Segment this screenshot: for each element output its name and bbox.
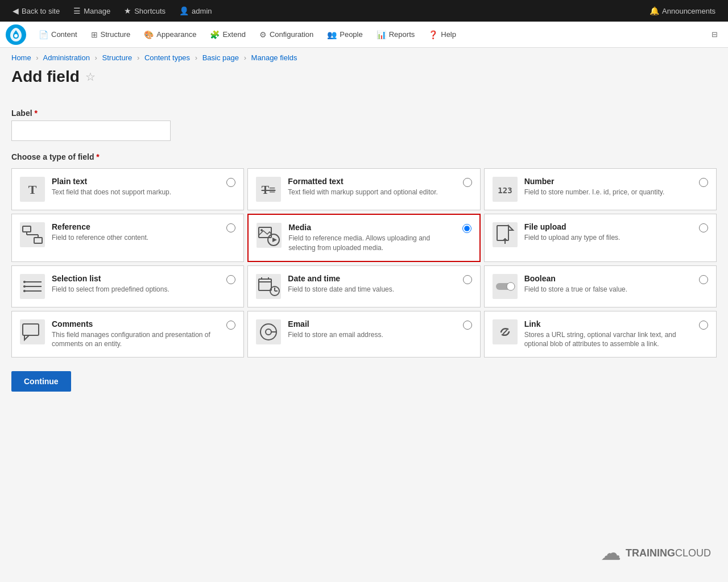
field-radio-container-number[interactable] bbox=[699, 178, 708, 189]
breadcrumb-sep-5: › bbox=[244, 53, 246, 62]
field-radio-container-email[interactable] bbox=[463, 321, 472, 331]
field-card-plain-text[interactable]: T Plain text Text field that does not su… bbox=[11, 168, 244, 210]
continue-button[interactable]: Continue bbox=[11, 371, 71, 392]
nav-people[interactable]: 👥 People bbox=[320, 22, 369, 47]
svg-text:T: T bbox=[28, 182, 37, 197]
field-desc-selection-list: Field to select from predefined options. bbox=[52, 285, 220, 294]
field-card-boolean[interactable]: Boolean Field to store a true or false v… bbox=[484, 265, 717, 307]
main-content: Label * Choose a type of field * T Plain… bbox=[0, 97, 728, 438]
shortcuts-link[interactable]: ★ Shortcuts bbox=[117, 0, 172, 22]
page-header: Add field ☆ bbox=[0, 65, 728, 97]
breadcrumb-manage-fields[interactable]: Manage fields bbox=[251, 53, 297, 62]
field-radio-container-file-upload[interactable] bbox=[699, 223, 708, 234]
field-radio-container-comments[interactable] bbox=[226, 321, 235, 331]
field-icon-selection-list bbox=[20, 274, 45, 299]
field-radio-container-date-and-time[interactable] bbox=[463, 275, 472, 286]
drupal-logo[interactable] bbox=[6, 24, 26, 45]
breadcrumb-structure[interactable]: Structure bbox=[102, 53, 133, 62]
announcements-link[interactable]: 🔔 Announcements bbox=[643, 0, 722, 22]
field-card-link[interactable]: Link Stores a URL string, optional varch… bbox=[484, 311, 717, 358]
field-card-selection-list[interactable]: Selection list Field to select from pred… bbox=[11, 265, 244, 307]
field-card-date-and-time[interactable]: Date and time Field to store date and ti… bbox=[247, 265, 480, 307]
svg-rect-43 bbox=[20, 319, 45, 344]
breadcrumb-basic-page[interactable]: Basic page bbox=[202, 53, 239, 62]
admin-user-link[interactable]: 👤 admin bbox=[172, 0, 218, 22]
field-radio-container-link[interactable] bbox=[699, 321, 708, 331]
field-radio-container-media[interactable] bbox=[462, 224, 471, 235]
favorite-star-icon[interactable]: ☆ bbox=[85, 70, 96, 84]
field-text-boolean: Boolean Field to store a true or false v… bbox=[524, 274, 692, 294]
field-radio-container-reference[interactable] bbox=[226, 223, 235, 234]
field-desc-email: Field to store an email address. bbox=[288, 330, 456, 340]
admin-bar: ◀ Back to site ☰ Manage ★ Shortcuts 👤 ad… bbox=[0, 0, 728, 22]
field-radio-number[interactable] bbox=[699, 178, 708, 187]
field-card-formatted-text[interactable]: T≡ Formatted text Text field with markup… bbox=[247, 168, 480, 210]
field-card-email[interactable]: Email Field to store an email address. bbox=[247, 311, 480, 358]
nav-toggle-button[interactable]: ⊟ bbox=[707, 28, 722, 41]
nav-extend[interactable]: 🧩 Extend bbox=[203, 22, 252, 47]
field-icon-date-and-time bbox=[256, 274, 281, 299]
field-title-selection-list: Selection list bbox=[52, 274, 220, 283]
field-radio-container-selection-list[interactable] bbox=[226, 275, 235, 286]
field-desc-formatted-text: Text field with markup support and optio… bbox=[288, 188, 456, 197]
field-title-date-and-time: Date and time bbox=[288, 274, 456, 283]
manage-icon: ☰ bbox=[73, 6, 81, 15]
field-radio-email[interactable] bbox=[463, 321, 472, 330]
field-text-plain-text: Plain text Text field that does not supp… bbox=[52, 177, 220, 197]
field-icon-link bbox=[493, 319, 518, 344]
field-radio-link[interactable] bbox=[699, 321, 708, 330]
field-card-comments[interactable]: Comments This field manages configuratio… bbox=[11, 311, 244, 358]
field-card-number[interactable]: 123 Number Field to store number. I.e. i… bbox=[484, 168, 717, 210]
manage-link[interactable]: ☰ Manage bbox=[67, 0, 117, 22]
field-desc-plain-text: Text field that does not support markup. bbox=[52, 188, 220, 197]
field-icon-reference bbox=[20, 222, 45, 247]
svg-rect-46 bbox=[256, 319, 281, 344]
svg-text:T≡: T≡ bbox=[262, 184, 276, 196]
field-text-date-and-time: Date and time Field to store date and ti… bbox=[288, 274, 456, 294]
field-card-file-upload[interactable]: File upload Field to upload any type of … bbox=[484, 214, 717, 262]
field-title-link: Link bbox=[524, 319, 692, 329]
field-radio-reference[interactable] bbox=[226, 223, 235, 232]
nav-help[interactable]: ❓ Help bbox=[421, 22, 463, 47]
nav-appearance[interactable]: 🎨 Appearance bbox=[137, 22, 203, 47]
nav-reports[interactable]: 📊 Reports bbox=[370, 22, 422, 47]
breadcrumb-content-types[interactable]: Content types bbox=[144, 53, 190, 62]
breadcrumb-administration[interactable]: Administration bbox=[43, 53, 90, 62]
field-radio-container-formatted-text[interactable] bbox=[463, 178, 472, 189]
field-text-reference: Reference Field to reference other conte… bbox=[52, 222, 220, 243]
field-radio-formatted-text[interactable] bbox=[463, 178, 472, 187]
field-radio-comments[interactable] bbox=[226, 321, 235, 330]
nav-structure[interactable]: ⊞ Structure bbox=[84, 22, 138, 47]
field-text-media: Media Field to reference media. Allows u… bbox=[288, 223, 455, 253]
field-card-reference[interactable]: Reference Field to reference other conte… bbox=[11, 214, 244, 262]
field-radio-selection-list[interactable] bbox=[226, 275, 235, 284]
field-type-grid: T Plain text Text field that does not su… bbox=[11, 168, 717, 357]
field-radio-media[interactable] bbox=[462, 224, 471, 233]
field-radio-boolean[interactable] bbox=[699, 275, 708, 284]
field-desc-link: Stores a URL string, optional varchar li… bbox=[524, 330, 692, 350]
nav-configuration[interactable]: ⚙ Configuration bbox=[253, 22, 320, 47]
back-to-site-link[interactable]: ◀ Back to site bbox=[6, 0, 67, 22]
field-icon-number: 123 bbox=[493, 177, 518, 202]
svg-point-1 bbox=[14, 34, 18, 38]
field-title-media: Media bbox=[288, 223, 455, 232]
label-input[interactable] bbox=[11, 120, 171, 141]
field-radio-date-and-time[interactable] bbox=[463, 275, 472, 284]
field-radio-container-plain-text[interactable] bbox=[226, 178, 235, 189]
label-section: Label * bbox=[11, 109, 717, 141]
field-card-media[interactable]: Media Field to reference media. Allows u… bbox=[247, 214, 480, 262]
field-radio-file-upload[interactable] bbox=[699, 223, 708, 232]
nav-content[interactable]: 📄 Content bbox=[32, 22, 84, 47]
field-text-comments: Comments This field manages configuratio… bbox=[52, 319, 220, 350]
bell-icon: 🔔 bbox=[650, 6, 659, 15]
field-radio-plain-text[interactable] bbox=[226, 178, 235, 187]
field-radio-container-boolean[interactable] bbox=[699, 275, 708, 286]
user-icon: 👤 bbox=[179, 6, 189, 15]
reports-icon: 📊 bbox=[377, 30, 386, 39]
main-nav: 📄 Content ⊞ Structure 🎨 Appearance 🧩 Ext… bbox=[0, 22, 728, 48]
breadcrumb-home[interactable]: Home bbox=[11, 53, 31, 62]
configuration-icon: ⚙ bbox=[259, 30, 267, 39]
breadcrumb: Home › Administration › Structure › Cont… bbox=[0, 48, 728, 65]
field-text-email: Email Field to store an email address. bbox=[288, 319, 456, 340]
field-text-link: Link Stores a URL string, optional varch… bbox=[524, 319, 692, 350]
